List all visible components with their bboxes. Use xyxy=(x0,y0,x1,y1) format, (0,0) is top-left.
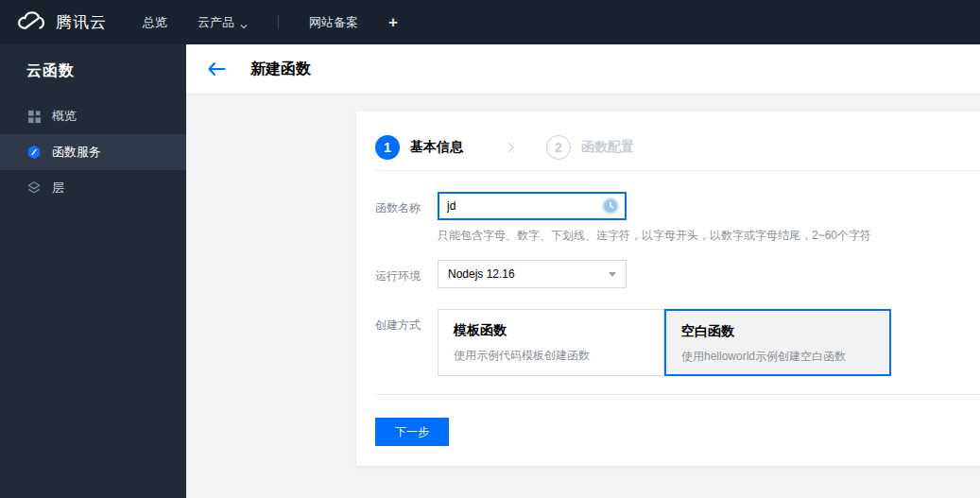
layers-icon xyxy=(26,180,42,196)
runtime-label: 运行环境 xyxy=(375,260,438,288)
content-area: 1 基本信息 2 函数配置 函数名称 xyxy=(186,94,980,498)
sidebar-item-function-service[interactable]: 函数服务 xyxy=(0,134,186,170)
chevron-down-icon xyxy=(240,19,248,26)
step-2-label: 函数配置 xyxy=(581,139,634,156)
sidebar: 云函数 概览 函数服务 xyxy=(0,44,186,498)
steps-divider xyxy=(375,170,980,171)
step-1-label: 基本信息 xyxy=(410,139,463,156)
method-card-desc: 使用helloworld示例创建空白函数 xyxy=(681,349,889,365)
basic-info-form: 函数名称 只能包含字母、数字、下划线、连字符，以字母开头，以数字或字母结尾，2 xyxy=(356,192,980,376)
sidebar-item-label: 概览 xyxy=(52,108,77,125)
creation-method-row: 创建方式 模板函数 使用示例代码模板创建函数 空白函数 使用helloworld… xyxy=(375,309,980,376)
nav-item-website-icp[interactable]: 网站备案 xyxy=(309,14,358,31)
method-card-title: 模板函数 xyxy=(454,322,663,339)
select-caret-icon xyxy=(609,272,616,277)
runtime-select[interactable]: Nodejs 12.16 xyxy=(438,260,627,288)
card-footer: 下一步 xyxy=(356,395,980,446)
cloud-logo-icon xyxy=(15,9,47,36)
method-card-desc: 使用示例代码模板创建函数 xyxy=(454,348,663,364)
step-indicator: 1 基本信息 2 函数配置 xyxy=(356,112,980,160)
new-function-card: 1 基本信息 2 函数配置 函数名称 xyxy=(356,112,980,466)
step-1-circle: 1 xyxy=(375,135,400,160)
nav-item-overview[interactable]: 总览 xyxy=(143,14,167,31)
runtime-row: 运行环境 Nodejs 12.16 xyxy=(375,260,980,288)
function-name-hint: 只能包含字母、数字、下划线、连字符，以字母开头，以数字或字母结尾，2~60个字符 xyxy=(438,229,871,242)
brand-name: 腾讯云 xyxy=(56,11,107,33)
sidebar-item-overview[interactable]: 概览 xyxy=(0,98,186,134)
page-title: 新建函数 xyxy=(250,60,311,79)
grid-icon xyxy=(26,109,42,124)
sidebar-item-label: 层 xyxy=(52,180,64,197)
function-shield-icon xyxy=(26,145,42,160)
sidebar-item-layers[interactable]: 层 xyxy=(0,170,186,206)
function-name-label: 函数名称 xyxy=(375,192,438,242)
creation-method-label: 创建方式 xyxy=(375,309,438,376)
next-step-button[interactable]: 下一步 xyxy=(375,418,449,446)
function-name-input-wrap xyxy=(438,192,627,220)
sidebar-menu: 概览 函数服务 层 xyxy=(0,98,186,206)
add-nav-tab-button[interactable]: + xyxy=(388,13,398,32)
top-navbar: 腾讯云 总览 云产品 网站备案 + xyxy=(0,0,980,44)
sidebar-title: 云函数 xyxy=(0,44,186,81)
function-name-field-group: 只能包含字母、数字、下划线、连字符，以字母开头，以数字或字母结尾，2~60个字符 xyxy=(438,192,871,242)
clock-pending-icon xyxy=(601,197,620,215)
method-card-title: 空白函数 xyxy=(681,323,889,340)
creation-method-options: 模板函数 使用示例代码模板创建函数 空白函数 使用helloworld示例创建空… xyxy=(438,309,891,376)
step-2-circle: 2 xyxy=(546,135,571,160)
method-card-blank-function[interactable]: 空白函数 使用helloworld示例创建空白函数 xyxy=(664,309,891,376)
function-name-input[interactable] xyxy=(438,192,627,220)
topnav-menu: 总览 云产品 网站备案 + xyxy=(143,13,398,32)
step-arrow-icon xyxy=(503,142,513,152)
function-name-row: 函数名称 只能包含字母、数字、下划线、连字符，以字母开头，以数字或字母结尾，2 xyxy=(375,192,980,242)
method-card-template-function[interactable]: 模板函数 使用示例代码模板创建函数 xyxy=(438,309,664,376)
runtime-selected-value: Nodejs 12.16 xyxy=(448,267,515,281)
navbar-divider xyxy=(278,15,279,29)
back-arrow-icon[interactable] xyxy=(205,58,228,80)
tencent-cloud-logo[interactable]: 腾讯云 xyxy=(15,9,107,36)
sidebar-item-label: 函数服务 xyxy=(52,144,101,161)
page-header: 新建函数 xyxy=(186,44,980,94)
nav-item-cloud-products[interactable]: 云产品 xyxy=(198,14,248,31)
